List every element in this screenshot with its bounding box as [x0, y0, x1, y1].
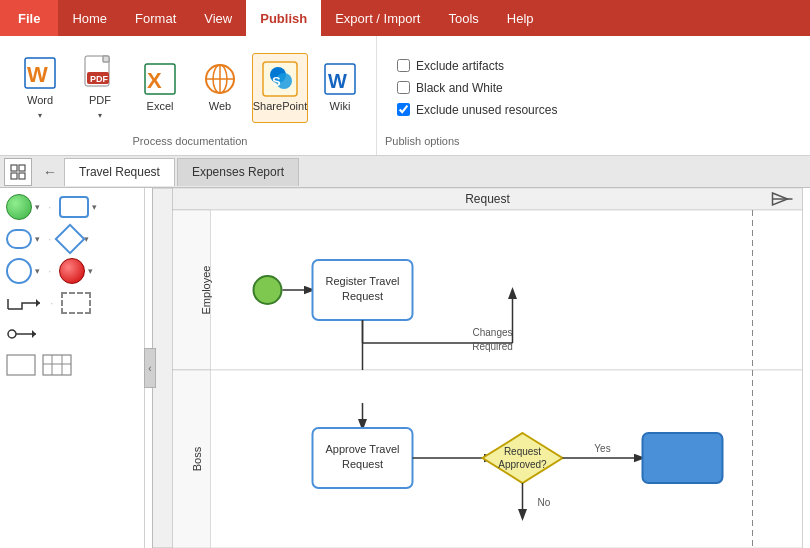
- black-white-checkbox[interactable]: [397, 81, 410, 94]
- wiki-icon: W: [322, 61, 358, 97]
- svg-text:X: X: [147, 68, 162, 93]
- diamond-shape: [55, 223, 86, 254]
- word-button[interactable]: W Word ▾: [12, 53, 68, 123]
- process-docs-label: Process documentation: [133, 135, 248, 151]
- word-icon: W: [22, 55, 58, 91]
- canvas-area: Travel Request Request Employee Boss: [145, 188, 810, 548]
- circle-outline-shape: [6, 258, 32, 284]
- ribbon-section-publish-options: Exclude artifacts Black and White Exclud…: [377, 36, 806, 155]
- circle-tool[interactable]: ▾: [6, 194, 40, 220]
- excel-button[interactable]: X Excel: [132, 53, 188, 123]
- svg-rect-18: [11, 165, 17, 171]
- svg-text:PDF: PDF: [90, 74, 109, 84]
- svg-point-46: [254, 276, 282, 304]
- ribbon-section-process-docs: W Word ▾ PDF PDF: [4, 36, 377, 155]
- pdf-arrow: ▾: [98, 111, 102, 120]
- rounded-arrow[interactable]: ▾: [35, 234, 40, 244]
- exclude-artifacts-row: Exclude artifacts: [397, 59, 557, 73]
- rect-blue-shape: [59, 196, 89, 218]
- tabs-row: ← Travel Request Expenses Report: [0, 156, 810, 188]
- exclude-artifacts-label[interactable]: Exclude artifacts: [416, 59, 504, 73]
- publish-menu[interactable]: Publish: [246, 0, 321, 36]
- svg-text:Request: Request: [342, 290, 383, 302]
- view-menu[interactable]: View: [190, 0, 246, 36]
- format-menu[interactable]: Format: [121, 0, 190, 36]
- left-toolbar: ▾ · ▾ ▾ · ▾ ▾ ·: [0, 188, 145, 548]
- exclude-unused-checkbox[interactable]: [397, 103, 410, 116]
- pdf-button[interactable]: PDF PDF ▾: [72, 53, 128, 123]
- svg-marker-26: [32, 330, 36, 338]
- dashed-rect-tool[interactable]: [61, 292, 91, 314]
- word-arrow: ▾: [38, 111, 42, 120]
- toolbar-row-3: ▾ · ▾: [6, 258, 138, 284]
- home-menu[interactable]: Home: [58, 0, 121, 36]
- svg-text:Boss: Boss: [191, 446, 203, 471]
- rounded-rect-tool[interactable]: ▾: [6, 229, 40, 249]
- svg-marker-3: [103, 56, 109, 62]
- svg-text:Approve Travel: Approve Travel: [326, 443, 400, 455]
- circle-outline-arrow[interactable]: ▾: [35, 266, 40, 276]
- tools-menu[interactable]: Tools: [434, 0, 492, 36]
- box-tool[interactable]: [6, 354, 36, 376]
- pdf-label: PDF: [89, 94, 111, 107]
- svg-rect-21: [19, 173, 25, 179]
- sharepoint-label: SharePoint: [253, 100, 307, 113]
- toolbar-row-1: ▾ · ▾: [6, 194, 138, 220]
- main-area: ▾ · ▾ ▾ · ▾ ▾ ·: [0, 188, 810, 548]
- svg-text:Register Travel: Register Travel: [326, 275, 400, 287]
- exclude-artifacts-checkbox[interactable]: [397, 59, 410, 72]
- svg-text:Request: Request: [504, 446, 541, 457]
- red-circle-arrow[interactable]: ▾: [88, 266, 93, 276]
- collapse-button[interactable]: ‹: [144, 348, 156, 388]
- box-svg: [6, 354, 36, 376]
- wiki-button[interactable]: W Wiki: [312, 53, 368, 123]
- circle-outline-tool[interactable]: ▾: [6, 258, 40, 284]
- back-button[interactable]: ←: [38, 160, 62, 184]
- svg-text:No: No: [538, 497, 551, 508]
- help-menu[interactable]: Help: [493, 0, 548, 36]
- sharepoint-button[interactable]: S SharePoint: [252, 53, 308, 123]
- svg-text:Changes: Changes: [472, 327, 512, 338]
- web-label: Web: [209, 100, 231, 113]
- svg-text:Required: Required: [472, 341, 513, 352]
- web-button[interactable]: Web: [192, 53, 248, 123]
- connector-svg: [6, 322, 42, 346]
- diamond-tool[interactable]: ▾: [59, 228, 89, 250]
- ribbon: W Word ▾ PDF PDF: [0, 36, 810, 156]
- table-tool[interactable]: [42, 354, 72, 376]
- svg-rect-28: [43, 355, 71, 375]
- svg-text:Approved?: Approved?: [498, 459, 547, 470]
- travel-request-tab[interactable]: Travel Request: [64, 158, 175, 186]
- toolbar-row-4: ·: [6, 292, 138, 314]
- grid-view-icon[interactable]: [4, 158, 32, 186]
- black-white-label[interactable]: Black and White: [416, 81, 503, 95]
- arrow-tool[interactable]: [6, 293, 42, 313]
- table-svg: [42, 354, 72, 376]
- svg-text:Request: Request: [342, 458, 383, 470]
- exclude-unused-label[interactable]: Exclude unused resources: [416, 103, 557, 117]
- svg-rect-69: [643, 433, 723, 483]
- menu-bar: File Home Format View Publish Export / I…: [0, 0, 810, 36]
- connector-tool[interactable]: [6, 322, 42, 346]
- rounded-rect-shape: [6, 229, 32, 249]
- publish-options-label: Publish options: [385, 135, 460, 151]
- export-import-menu[interactable]: Export / Import: [321, 0, 434, 36]
- arrow-shape-svg: [6, 293, 42, 313]
- diagram-canvas: Travel Request Request Employee Boss: [145, 188, 810, 548]
- circle-arrow[interactable]: ▾: [35, 202, 40, 212]
- dashed-rect-shape: [61, 292, 91, 314]
- svg-text:Employee: Employee: [200, 266, 212, 315]
- word-label: Word: [27, 94, 53, 107]
- svg-point-24: [8, 330, 16, 338]
- pdf-icon: PDF: [82, 55, 118, 91]
- rect-arrow[interactable]: ▾: [92, 202, 97, 212]
- file-menu[interactable]: File: [0, 0, 58, 36]
- black-white-row: Black and White: [397, 81, 557, 95]
- sharepoint-icon: S: [262, 61, 298, 97]
- expenses-report-tab[interactable]: Expenses Report: [177, 158, 299, 186]
- svg-rect-20: [11, 173, 17, 179]
- rect-tool[interactable]: ▾: [59, 196, 97, 218]
- red-circle-tool[interactable]: ▾: [59, 258, 93, 284]
- svg-text:Request: Request: [465, 192, 510, 206]
- toolbar-row-6: [6, 354, 138, 376]
